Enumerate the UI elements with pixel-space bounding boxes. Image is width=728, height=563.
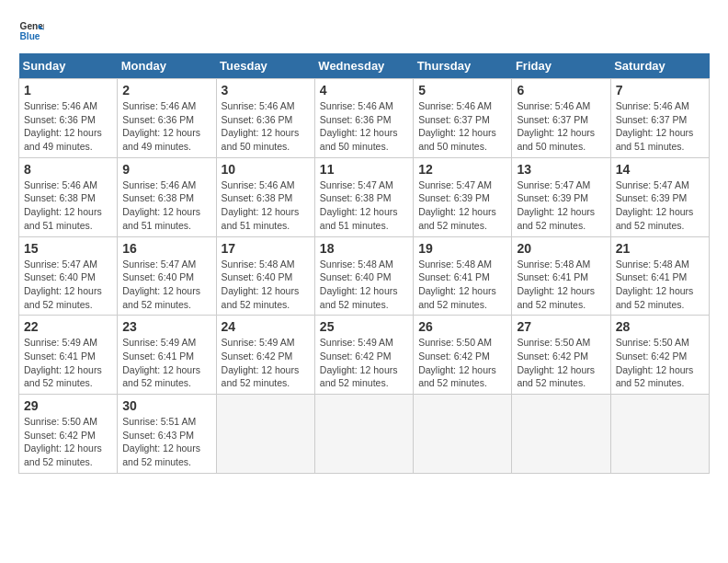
- day-info: Sunrise: 5:46 AMSunset: 6:38 PMDaylight:…: [222, 178, 310, 233]
- col-header-friday: Friday: [512, 53, 610, 79]
- calendar-cell: [512, 395, 610, 474]
- calendar-cell: 5Sunrise: 5:46 AMSunset: 6:37 PMDaylight…: [414, 79, 512, 158]
- calendar-cell: 18Sunrise: 5:48 AMSunset: 6:40 PMDayligh…: [314, 236, 413, 316]
- day-info: Sunrise: 5:47 AMSunset: 6:40 PMDaylight:…: [122, 258, 210, 312]
- col-header-tuesday: Tuesday: [216, 53, 314, 79]
- day-info: Sunrise: 5:49 AMSunset: 6:41 PMDaylight:…: [122, 336, 210, 390]
- day-info: Sunrise: 5:48 AMSunset: 6:40 PMDaylight:…: [320, 258, 408, 312]
- calendar-cell: 29Sunrise: 5:50 AMSunset: 6:42 PMDayligh…: [19, 395, 118, 474]
- day-info: Sunrise: 5:46 AMSunset: 6:36 PMDaylight:…: [122, 99, 210, 154]
- day-number: 15: [24, 241, 112, 256]
- day-info: Sunrise: 5:47 AMSunset: 6:39 PMDaylight:…: [616, 178, 704, 233]
- calendar-cell: 13Sunrise: 5:47 AMSunset: 6:39 PMDayligh…: [512, 157, 610, 236]
- calendar-cell: 2Sunrise: 5:46 AMSunset: 6:36 PMDaylight…: [118, 79, 216, 158]
- day-info: Sunrise: 5:48 AMSunset: 6:41 PMDaylight:…: [517, 258, 605, 312]
- calendar-cell: 9Sunrise: 5:46 AMSunset: 6:38 PMDaylight…: [118, 157, 216, 236]
- day-number: 8: [24, 162, 112, 177]
- day-number: 20: [517, 241, 605, 256]
- day-info: Sunrise: 5:46 AMSunset: 6:36 PMDaylight:…: [320, 99, 408, 154]
- week-row-4: 22Sunrise: 5:49 AMSunset: 6:41 PMDayligh…: [19, 316, 710, 395]
- day-number: 24: [222, 319, 310, 334]
- calendar-cell: 10Sunrise: 5:46 AMSunset: 6:38 PMDayligh…: [216, 157, 314, 236]
- day-number: 27: [517, 319, 605, 334]
- day-info: Sunrise: 5:46 AMSunset: 6:38 PMDaylight:…: [122, 178, 210, 233]
- col-header-wednesday: Wednesday: [314, 53, 413, 79]
- day-number: 1: [24, 83, 112, 98]
- day-number: 26: [418, 319, 506, 334]
- calendar-cell: 12Sunrise: 5:47 AMSunset: 6:39 PMDayligh…: [414, 157, 512, 236]
- day-info: Sunrise: 5:46 AMSunset: 6:37 PMDaylight:…: [517, 99, 605, 154]
- day-number: 3: [222, 83, 310, 98]
- day-info: Sunrise: 5:46 AMSunset: 6:36 PMDaylight:…: [222, 99, 310, 154]
- calendar-cell: 25Sunrise: 5:49 AMSunset: 6:42 PMDayligh…: [314, 316, 413, 395]
- week-row-3: 15Sunrise: 5:47 AMSunset: 6:40 PMDayligh…: [19, 236, 710, 316]
- col-header-monday: Monday: [118, 53, 216, 79]
- calendar-cell: 6Sunrise: 5:46 AMSunset: 6:37 PMDaylight…: [512, 79, 610, 158]
- calendar-cell: 3Sunrise: 5:46 AMSunset: 6:36 PMDaylight…: [216, 79, 314, 158]
- week-row-2: 8Sunrise: 5:46 AMSunset: 6:38 PMDaylight…: [19, 157, 710, 236]
- calendar-cell: 19Sunrise: 5:48 AMSunset: 6:41 PMDayligh…: [414, 236, 512, 316]
- col-header-saturday: Saturday: [610, 53, 709, 79]
- day-info: Sunrise: 5:47 AMSunset: 6:39 PMDaylight:…: [517, 178, 605, 233]
- day-info: Sunrise: 5:48 AMSunset: 6:40 PMDaylight:…: [222, 258, 310, 312]
- day-info: Sunrise: 5:50 AMSunset: 6:42 PMDaylight:…: [616, 336, 704, 390]
- calendar-cell: 16Sunrise: 5:47 AMSunset: 6:40 PMDayligh…: [118, 236, 216, 316]
- calendar-cell: [216, 395, 314, 474]
- day-info: Sunrise: 5:46 AMSunset: 6:37 PMDaylight:…: [418, 99, 506, 154]
- day-number: 21: [616, 241, 704, 256]
- calendar-cell: 30Sunrise: 5:51 AMSunset: 6:43 PMDayligh…: [118, 395, 216, 474]
- week-row-5: 29Sunrise: 5:50 AMSunset: 6:42 PMDayligh…: [19, 395, 710, 474]
- calendar-cell: 22Sunrise: 5:49 AMSunset: 6:41 PMDayligh…: [19, 316, 118, 395]
- calendar-cell: 15Sunrise: 5:47 AMSunset: 6:40 PMDayligh…: [19, 236, 118, 316]
- day-number: 10: [222, 162, 310, 177]
- day-number: 11: [320, 162, 408, 177]
- day-number: 7: [616, 83, 704, 98]
- day-number: 17: [222, 241, 310, 256]
- day-info: Sunrise: 5:46 AMSunset: 6:38 PMDaylight:…: [24, 178, 112, 233]
- calendar-cell: 23Sunrise: 5:49 AMSunset: 6:41 PMDayligh…: [118, 316, 216, 395]
- logo-icon: General Blue: [18, 18, 44, 44]
- day-number: 14: [616, 162, 704, 177]
- day-number: 12: [418, 162, 506, 177]
- calendar-cell: 11Sunrise: 5:47 AMSunset: 6:38 PMDayligh…: [314, 157, 413, 236]
- calendar-cell: 8Sunrise: 5:46 AMSunset: 6:38 PMDaylight…: [19, 157, 118, 236]
- day-number: 30: [122, 398, 210, 413]
- day-number: 18: [320, 241, 408, 256]
- page-header: General Blue: [18, 18, 710, 44]
- calendar-cell: [314, 395, 413, 474]
- day-number: 2: [122, 83, 210, 98]
- calendar-cell: 7Sunrise: 5:46 AMSunset: 6:37 PMDaylight…: [610, 79, 709, 158]
- week-row-1: 1Sunrise: 5:46 AMSunset: 6:36 PMDaylight…: [19, 79, 710, 158]
- logo: General Blue: [18, 18, 44, 44]
- day-number: 25: [320, 319, 408, 334]
- calendar-cell: 24Sunrise: 5:49 AMSunset: 6:42 PMDayligh…: [216, 316, 314, 395]
- col-header-thursday: Thursday: [414, 53, 512, 79]
- calendar-cell: 4Sunrise: 5:46 AMSunset: 6:36 PMDaylight…: [314, 79, 413, 158]
- svg-text:Blue: Blue: [20, 31, 40, 41]
- day-number: 28: [616, 319, 704, 334]
- calendar-cell: 21Sunrise: 5:48 AMSunset: 6:41 PMDayligh…: [610, 236, 709, 316]
- day-info: Sunrise: 5:46 AMSunset: 6:37 PMDaylight:…: [616, 99, 704, 154]
- calendar-header-row: SundayMondayTuesdayWednesdayThursdayFrid…: [19, 53, 710, 79]
- calendar-cell: 14Sunrise: 5:47 AMSunset: 6:39 PMDayligh…: [610, 157, 709, 236]
- day-number: 23: [122, 319, 210, 334]
- day-info: Sunrise: 5:47 AMSunset: 6:40 PMDaylight:…: [24, 258, 112, 312]
- day-info: Sunrise: 5:50 AMSunset: 6:42 PMDaylight:…: [24, 415, 112, 469]
- day-number: 16: [122, 241, 210, 256]
- calendar-cell: [610, 395, 709, 474]
- day-info: Sunrise: 5:47 AMSunset: 6:38 PMDaylight:…: [320, 178, 408, 233]
- day-number: 9: [122, 162, 210, 177]
- calendar-cell: 27Sunrise: 5:50 AMSunset: 6:42 PMDayligh…: [512, 316, 610, 395]
- calendar-cell: 17Sunrise: 5:48 AMSunset: 6:40 PMDayligh…: [216, 236, 314, 316]
- calendar-cell: 20Sunrise: 5:48 AMSunset: 6:41 PMDayligh…: [512, 236, 610, 316]
- day-info: Sunrise: 5:49 AMSunset: 6:41 PMDaylight:…: [24, 336, 112, 390]
- day-number: 22: [24, 319, 112, 334]
- day-info: Sunrise: 5:50 AMSunset: 6:42 PMDaylight:…: [517, 336, 605, 390]
- day-number: 19: [418, 241, 506, 256]
- day-info: Sunrise: 5:49 AMSunset: 6:42 PMDaylight:…: [222, 336, 310, 390]
- calendar-cell: 1Sunrise: 5:46 AMSunset: 6:36 PMDaylight…: [19, 79, 118, 158]
- day-number: 13: [517, 162, 605, 177]
- day-info: Sunrise: 5:48 AMSunset: 6:41 PMDaylight:…: [616, 258, 704, 312]
- day-info: Sunrise: 5:51 AMSunset: 6:43 PMDaylight:…: [122, 415, 210, 469]
- calendar-cell: 26Sunrise: 5:50 AMSunset: 6:42 PMDayligh…: [414, 316, 512, 395]
